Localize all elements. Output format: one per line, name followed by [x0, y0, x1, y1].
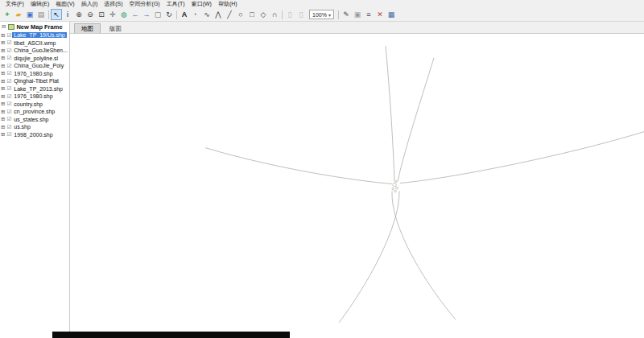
layer-item[interactable]: ⊞☑1976_1980.shp: [0, 93, 69, 101]
menu-insert[interactable]: 插入(I): [78, 0, 101, 8]
tab-layout[interactable]: 版面: [103, 24, 128, 33]
expand-icon[interactable]: ⊞: [0, 48, 6, 54]
layer-label[interactable]: cn_province.shp: [12, 109, 56, 114]
polyline-tool-icon[interactable]: ⋀: [213, 9, 224, 20]
layer-label[interactable]: us.shp: [12, 124, 32, 130]
layer-checkbox[interactable]: ☑: [6, 94, 12, 100]
expand-icon[interactable]: ⊞: [0, 56, 6, 61]
layer-item[interactable]: ⊞☑China_GuoJieShen...: [0, 47, 69, 55]
layer-checkbox[interactable]: ☑: [6, 48, 12, 54]
arc-tool-icon[interactable]: ∩: [269, 9, 280, 20]
layer-item[interactable]: ⊞☑1998_2000.shp: [0, 131, 69, 139]
select-features-icon[interactable]: ▢: [152, 9, 163, 20]
expand-icon[interactable]: ⊞: [0, 109, 6, 115]
forward-arrow-icon[interactable]: →: [141, 9, 152, 20]
layer-label[interactable]: China_GuoJieShen...: [12, 47, 69, 53]
polygon-tool-icon[interactable]: ◇: [258, 9, 269, 20]
layer-checkbox[interactable]: ☑: [6, 109, 12, 115]
menu-spatial-analysis[interactable]: 空间分析(G): [126, 0, 163, 8]
grid-icon[interactable]: ▦: [386, 9, 397, 20]
full-extent-icon[interactable]: ◍: [118, 9, 130, 20]
menu-tools[interactable]: 工具(T): [163, 0, 188, 8]
zoom-in-icon[interactable]: ⊕: [73, 9, 85, 20]
layer-label[interactable]: us_states.shp: [12, 117, 50, 122]
save-edits-icon[interactable]: ▣: [352, 9, 363, 20]
tab-map[interactable]: 地图: [74, 23, 101, 33]
pan-hand-icon[interactable]: ✛: [107, 9, 118, 20]
layer-item[interactable]: ⊞☑country.shp: [0, 101, 69, 109]
expand-icon[interactable]: ⊞: [0, 86, 6, 92]
layer-label[interactable]: Lake_TP_19/Us.shp: [12, 32, 66, 38]
layer-checkbox[interactable]: ☑: [6, 125, 12, 130]
layer-item[interactable]: ⊞☑1976_1980.shp: [0, 70, 69, 78]
layer-label[interactable]: 1976_1980.shp: [12, 93, 54, 99]
text-label-icon[interactable]: A: [179, 9, 190, 20]
layer-checkbox[interactable]: ☑: [6, 86, 12, 92]
expand-icon[interactable]: ⊞: [0, 64, 6, 69]
ellipse-tool-icon[interactable]: ○: [235, 9, 246, 20]
layer-item[interactable]: ⊞☑tibet_ASCII.wmp: [0, 39, 69, 47]
layer-item[interactable]: ⊞☑diqujie_polyline.sl: [0, 55, 69, 63]
collapse-icon[interactable]: ⊟: [1, 24, 6, 30]
layer-checkbox[interactable]: ☑: [6, 33, 12, 39]
map-frame-root[interactable]: ⊟ New Map Frame: [0, 22, 69, 31]
back-arrow-icon[interactable]: ←: [130, 9, 141, 20]
menu-file[interactable]: 文件(F): [2, 0, 27, 8]
expand-icon[interactable]: ⊞: [0, 71, 6, 76]
layer-label[interactable]: diqujie_polyline.sl: [12, 56, 60, 61]
menu-view[interactable]: 视图(V): [52, 0, 77, 8]
open-folder-icon[interactable]: ▰: [13, 9, 24, 20]
zoom-out-icon[interactable]: ⊖: [85, 9, 96, 20]
menu-edit[interactable]: 编辑(E): [27, 0, 52, 8]
print-icon[interactable]: ▤: [35, 9, 47, 20]
layer-item[interactable]: ⊞☑Lake_TP_2013.shp: [0, 85, 69, 93]
layer-label[interactable]: 1998_2000.shp: [12, 132, 54, 138]
zoom-level-dropdown[interactable]: 100%▾: [309, 10, 334, 19]
add-data-icon[interactable]: +: [2, 9, 13, 20]
layer-checkbox[interactable]: ☑: [6, 40, 12, 46]
map-canvas[interactable]: [70, 33, 644, 332]
layer-item[interactable]: ⊞☑us_states.shp: [0, 116, 69, 124]
layer-label[interactable]: 1976_1980.shp: [12, 71, 54, 76]
layer-checkbox[interactable]: ☑: [6, 132, 12, 138]
menu-help[interactable]: 帮助(H): [215, 0, 241, 8]
expand-icon[interactable]: ⊞: [0, 132, 6, 138]
layer-checkbox[interactable]: ☑: [6, 64, 12, 69]
refresh-icon[interactable]: ↻: [163, 9, 175, 20]
rectangle-tool-icon[interactable]: □: [246, 9, 258, 20]
point-tool-icon[interactable]: ·: [190, 9, 201, 20]
layer-label[interactable]: China_GuoJie_Poly: [12, 63, 65, 68]
layer-checkbox[interactable]: ☑: [6, 71, 12, 76]
layer-label[interactable]: country.shp: [12, 101, 44, 107]
layer-label[interactable]: Lake_TP_2013.shp: [12, 86, 64, 92]
layer-item[interactable]: ⊞☑China_GuoJie_Poly: [0, 62, 69, 70]
expand-icon[interactable]: ⊞: [0, 79, 6, 84]
expand-icon[interactable]: ⊞: [0, 40, 6, 46]
layer-checkbox[interactable]: ☑: [6, 79, 12, 84]
expand-icon[interactable]: ⊞: [0, 33, 6, 39]
menu-selection[interactable]: 选择(S): [101, 0, 126, 8]
layer-checkbox[interactable]: ☑: [6, 101, 12, 107]
save-icon[interactable]: ▣: [24, 9, 35, 20]
layer-item[interactable]: ⊞☑us.shp: [0, 123, 69, 131]
list-icon[interactable]: ≡: [363, 9, 374, 20]
expand-icon[interactable]: ⊞: [0, 125, 6, 130]
layer-item[interactable]: ⊞☑Qinghai-Tibet Plat: [0, 77, 69, 85]
layer-checkbox[interactable]: ☑: [6, 117, 12, 122]
layer-checkbox[interactable]: ☑: [6, 56, 12, 61]
zoom-window-icon[interactable]: ⊡: [96, 9, 107, 20]
expand-icon[interactable]: ⊞: [0, 117, 6, 122]
copy-page-icon[interactable]: ▯: [284, 9, 295, 20]
expand-icon[interactable]: ⊞: [0, 94, 6, 100]
line-tool-icon[interactable]: ╱: [224, 9, 235, 20]
menu-window[interactable]: 窗口(W): [188, 0, 215, 8]
layer-label[interactable]: tibet_ASCII.wmp: [12, 40, 57, 46]
layer-item[interactable]: ⊞☑Lake_TP_19/Us.shp: [0, 31, 69, 39]
paste-page-icon[interactable]: ▯: [295, 9, 307, 20]
close-edit-icon[interactable]: ✕: [374, 9, 386, 20]
edit-pencil-icon[interactable]: ✎: [341, 9, 352, 20]
layer-label[interactable]: Qinghai-Tibet Plat: [12, 78, 60, 84]
identify-info-icon[interactable]: i: [62, 9, 73, 20]
expand-icon[interactable]: ⊞: [0, 101, 6, 107]
select-cursor-icon[interactable]: ↖: [51, 9, 62, 20]
